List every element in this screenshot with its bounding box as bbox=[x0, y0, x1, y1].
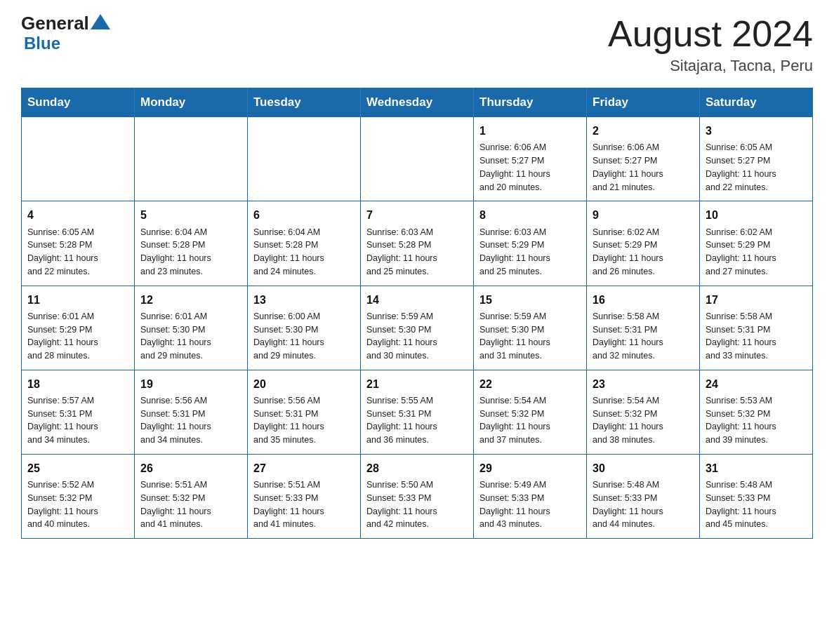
month-title: August 2024 bbox=[608, 14, 813, 54]
calendar-cell: 21Sunrise: 5:55 AMSunset: 5:31 PMDayligh… bbox=[361, 370, 474, 454]
day-number: 31 bbox=[706, 460, 807, 476]
day-info: Sunrise: 5:58 AMSunset: 5:31 PMDaylight:… bbox=[593, 310, 694, 363]
calendar-cell: 12Sunrise: 6:01 AMSunset: 5:30 PMDayligh… bbox=[135, 286, 248, 370]
calendar-cell: 31Sunrise: 5:48 AMSunset: 5:33 PMDayligh… bbox=[700, 454, 813, 538]
day-info: Sunrise: 5:53 AMSunset: 5:32 PMDaylight:… bbox=[706, 394, 807, 447]
calendar-cell: 10Sunrise: 6:02 AMSunset: 5:29 PMDayligh… bbox=[700, 201, 813, 286]
day-number: 11 bbox=[27, 292, 128, 308]
day-info: Sunrise: 5:55 AMSunset: 5:31 PMDaylight:… bbox=[366, 394, 468, 447]
day-number: 24 bbox=[706, 376, 807, 392]
calendar-cell: 16Sunrise: 5:58 AMSunset: 5:31 PMDayligh… bbox=[587, 286, 700, 370]
calendar-cell: 27Sunrise: 5:51 AMSunset: 5:33 PMDayligh… bbox=[248, 454, 361, 538]
calendar-cell: 19Sunrise: 5:56 AMSunset: 5:31 PMDayligh… bbox=[135, 370, 248, 454]
day-info: Sunrise: 5:51 AMSunset: 5:33 PMDaylight:… bbox=[253, 478, 355, 531]
day-number: 23 bbox=[593, 376, 694, 392]
logo-triangle-icon bbox=[91, 14, 110, 29]
day-info: Sunrise: 5:49 AMSunset: 5:33 PMDaylight:… bbox=[479, 478, 581, 531]
weekday-header-friday: Friday bbox=[587, 88, 700, 117]
calendar-week-row: 25Sunrise: 5:52 AMSunset: 5:32 PMDayligh… bbox=[22, 454, 813, 538]
calendar-cell: 17Sunrise: 5:58 AMSunset: 5:31 PMDayligh… bbox=[700, 286, 813, 370]
calendar-cell: 6Sunrise: 6:04 AMSunset: 5:28 PMDaylight… bbox=[248, 201, 361, 286]
day-number: 2 bbox=[593, 123, 694, 139]
calendar-week-row: 4Sunrise: 6:05 AMSunset: 5:28 PMDaylight… bbox=[22, 201, 813, 286]
day-number: 29 bbox=[479, 460, 581, 476]
day-number: 26 bbox=[140, 460, 241, 476]
day-info: Sunrise: 6:02 AMSunset: 5:29 PMDaylight:… bbox=[706, 226, 807, 279]
calendar-cell: 22Sunrise: 5:54 AMSunset: 5:32 PMDayligh… bbox=[474, 370, 587, 454]
day-number: 22 bbox=[479, 376, 581, 392]
day-info: Sunrise: 6:05 AMSunset: 5:27 PMDaylight:… bbox=[706, 141, 807, 194]
calendar-cell: 29Sunrise: 5:49 AMSunset: 5:33 PMDayligh… bbox=[474, 454, 587, 538]
day-info: Sunrise: 6:04 AMSunset: 5:28 PMDaylight:… bbox=[253, 226, 355, 279]
day-number: 8 bbox=[479, 207, 581, 223]
day-info: Sunrise: 5:59 AMSunset: 5:30 PMDaylight:… bbox=[479, 310, 581, 363]
day-number: 7 bbox=[366, 207, 468, 223]
day-info: Sunrise: 5:57 AMSunset: 5:31 PMDaylight:… bbox=[27, 394, 128, 447]
day-info: Sunrise: 5:52 AMSunset: 5:32 PMDaylight:… bbox=[27, 478, 128, 531]
day-info: Sunrise: 5:59 AMSunset: 5:30 PMDaylight:… bbox=[366, 310, 468, 363]
day-info: Sunrise: 5:48 AMSunset: 5:33 PMDaylight:… bbox=[706, 478, 807, 531]
weekday-header-wednesday: Wednesday bbox=[361, 88, 474, 117]
day-info: Sunrise: 5:54 AMSunset: 5:32 PMDaylight:… bbox=[479, 394, 581, 447]
weekday-header-tuesday: Tuesday bbox=[248, 88, 361, 117]
calendar-cell bbox=[248, 117, 361, 201]
logo-blue-text: Blue bbox=[24, 34, 60, 53]
day-info: Sunrise: 6:00 AMSunset: 5:30 PMDaylight:… bbox=[253, 310, 355, 363]
calendar-cell: 20Sunrise: 5:56 AMSunset: 5:31 PMDayligh… bbox=[248, 370, 361, 454]
calendar-cell: 23Sunrise: 5:54 AMSunset: 5:32 PMDayligh… bbox=[587, 370, 700, 454]
day-info: Sunrise: 6:01 AMSunset: 5:29 PMDaylight:… bbox=[27, 310, 128, 363]
calendar-cell: 8Sunrise: 6:03 AMSunset: 5:29 PMDaylight… bbox=[474, 201, 587, 286]
calendar-cell: 13Sunrise: 6:00 AMSunset: 5:30 PMDayligh… bbox=[248, 286, 361, 370]
weekday-header-row: SundayMondayTuesdayWednesdayThursdayFrid… bbox=[22, 88, 813, 117]
calendar-cell: 1Sunrise: 6:06 AMSunset: 5:27 PMDaylight… bbox=[474, 117, 587, 201]
day-number: 17 bbox=[706, 292, 807, 308]
day-number: 19 bbox=[140, 376, 241, 392]
day-info: Sunrise: 5:54 AMSunset: 5:32 PMDaylight:… bbox=[593, 394, 694, 447]
calendar-cell bbox=[361, 117, 474, 201]
day-info: Sunrise: 5:56 AMSunset: 5:31 PMDaylight:… bbox=[253, 394, 355, 447]
calendar-cell: 30Sunrise: 5:48 AMSunset: 5:33 PMDayligh… bbox=[587, 454, 700, 538]
day-number: 18 bbox=[27, 376, 128, 392]
logo: General Blue bbox=[21, 14, 112, 53]
day-number: 14 bbox=[366, 292, 468, 308]
calendar-cell: 28Sunrise: 5:50 AMSunset: 5:33 PMDayligh… bbox=[361, 454, 474, 538]
day-info: Sunrise: 6:03 AMSunset: 5:29 PMDaylight:… bbox=[479, 226, 581, 279]
calendar-cell: 3Sunrise: 6:05 AMSunset: 5:27 PMDaylight… bbox=[700, 117, 813, 201]
location-title: Sitajara, Tacna, Peru bbox=[608, 57, 813, 75]
calendar-cell: 5Sunrise: 6:04 AMSunset: 5:28 PMDaylight… bbox=[135, 201, 248, 286]
calendar-cell: 18Sunrise: 5:57 AMSunset: 5:31 PMDayligh… bbox=[22, 370, 135, 454]
day-number: 6 bbox=[253, 207, 355, 223]
day-number: 5 bbox=[140, 207, 241, 223]
calendar-cell: 24Sunrise: 5:53 AMSunset: 5:32 PMDayligh… bbox=[700, 370, 813, 454]
calendar-cell bbox=[135, 117, 248, 201]
day-number: 25 bbox=[27, 460, 128, 476]
day-number: 4 bbox=[27, 207, 128, 223]
calendar-week-row: 11Sunrise: 6:01 AMSunset: 5:29 PMDayligh… bbox=[22, 286, 813, 370]
calendar-table: SundayMondayTuesdayWednesdayThursdayFrid… bbox=[21, 88, 813, 539]
day-info: Sunrise: 6:04 AMSunset: 5:28 PMDaylight:… bbox=[140, 226, 241, 279]
day-info: Sunrise: 5:58 AMSunset: 5:31 PMDaylight:… bbox=[706, 310, 807, 363]
day-number: 3 bbox=[706, 123, 807, 139]
title-block: August 2024 Sitajara, Tacna, Peru bbox=[608, 14, 813, 75]
day-info: Sunrise: 5:56 AMSunset: 5:31 PMDaylight:… bbox=[140, 394, 241, 447]
page-header: General Blue August 2024 Sitajara, Tacna… bbox=[21, 14, 813, 75]
calendar-cell: 4Sunrise: 6:05 AMSunset: 5:28 PMDaylight… bbox=[22, 201, 135, 286]
day-number: 15 bbox=[479, 292, 581, 308]
weekday-header-sunday: Sunday bbox=[22, 88, 135, 117]
day-info: Sunrise: 6:02 AMSunset: 5:29 PMDaylight:… bbox=[593, 226, 694, 279]
calendar-cell: 11Sunrise: 6:01 AMSunset: 5:29 PMDayligh… bbox=[22, 286, 135, 370]
weekday-header-saturday: Saturday bbox=[700, 88, 813, 117]
day-number: 21 bbox=[366, 376, 468, 392]
day-info: Sunrise: 6:06 AMSunset: 5:27 PMDaylight:… bbox=[479, 141, 581, 194]
day-number: 10 bbox=[706, 207, 807, 223]
day-info: Sunrise: 6:06 AMSunset: 5:27 PMDaylight:… bbox=[593, 141, 694, 194]
day-number: 1 bbox=[479, 123, 581, 139]
day-info: Sunrise: 6:05 AMSunset: 5:28 PMDaylight:… bbox=[27, 226, 128, 279]
day-info: Sunrise: 5:50 AMSunset: 5:33 PMDaylight:… bbox=[366, 478, 468, 531]
day-number: 27 bbox=[253, 460, 355, 476]
calendar-cell: 7Sunrise: 6:03 AMSunset: 5:28 PMDaylight… bbox=[361, 201, 474, 286]
weekday-header-thursday: Thursday bbox=[474, 88, 587, 117]
day-info: Sunrise: 6:03 AMSunset: 5:28 PMDaylight:… bbox=[366, 226, 468, 279]
day-number: 20 bbox=[253, 376, 355, 392]
day-number: 30 bbox=[593, 460, 694, 476]
